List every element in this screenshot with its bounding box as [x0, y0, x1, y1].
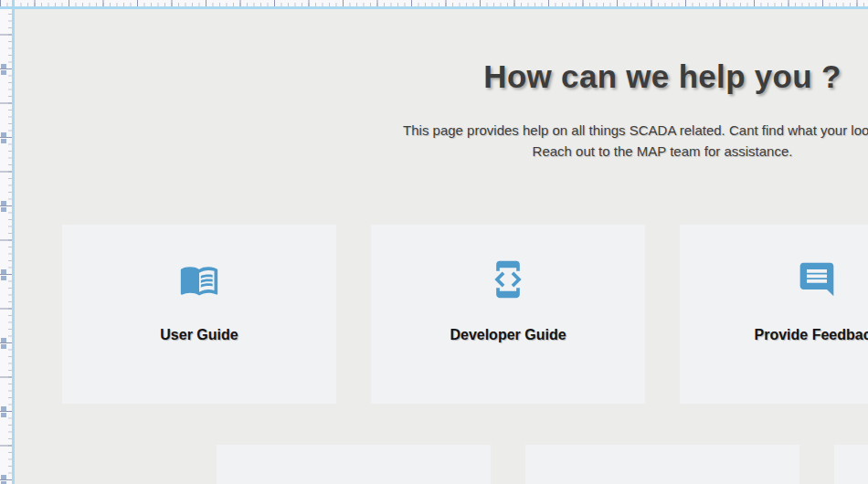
vertical-guide-line [12, 0, 15, 484]
card-provide-feedback[interactable]: Provide Feedback [680, 225, 868, 404]
open-book-icon [179, 259, 219, 300]
card-row2-3[interactable] [834, 445, 868, 484]
card-row2-1[interactable] [217, 445, 491, 484]
card-label: Developer Guide [450, 327, 566, 343]
page-subtitle: This page provides help on all things SC… [62, 120, 868, 162]
help-cards-row-2 [217, 445, 868, 484]
card-label: User Guide [160, 327, 238, 343]
card-label: Provide Feedback [755, 327, 868, 343]
help-content: How can we help you ? This page provides… [62, 0, 868, 162]
card-user-guide[interactable]: User Guide [62, 225, 336, 404]
page-title: How can we help you ? [62, 58, 868, 95]
developer-mode-icon [488, 259, 528, 300]
help-cards-row-1: User Guide Developer Guide Provide Feedb… [62, 225, 868, 404]
comment-bubble-icon [797, 259, 837, 300]
card-developer-guide[interactable]: Developer Guide [371, 225, 645, 404]
horizontal-ruler [0, 0, 868, 6]
subtitle-line-1: This page provides help on all things SC… [62, 120, 868, 141]
subtitle-line-2: Reach out to the MAP team for assistance… [62, 141, 868, 162]
horizontal-guide-line [0, 6, 868, 9]
card-row2-2[interactable] [525, 445, 799, 484]
vertical-ruler [0, 0, 12, 484]
scada-help-page: How can we help you ? This page provides… [0, 0, 868, 484]
